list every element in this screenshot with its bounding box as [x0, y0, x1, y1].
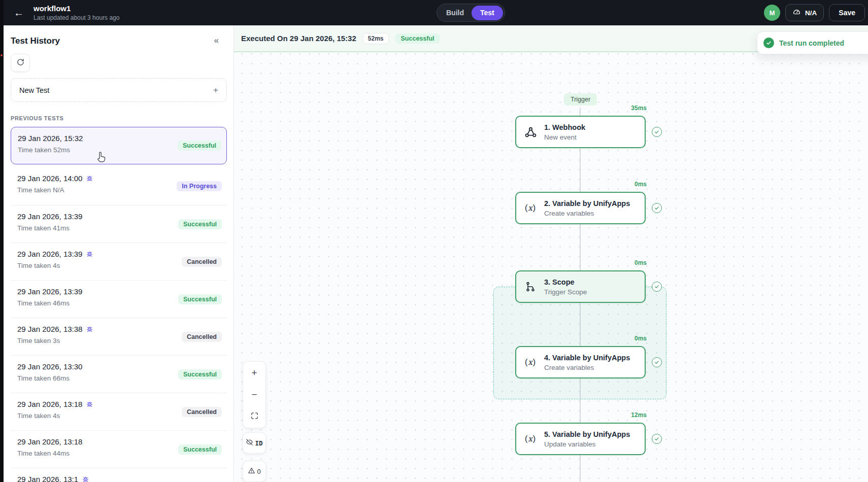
node-title: 2. Variable by UnifyApps — [544, 199, 630, 208]
test-history-item[interactable]: 29 Jan 2026, 13:38 Time taken 3s Cancell… — [11, 318, 227, 355]
plus-icon: + — [213, 85, 218, 95]
status-badge: Cancelled — [182, 407, 222, 417]
node-subtitle: New event — [544, 133, 585, 141]
zoom-out-button[interactable]: − — [251, 390, 257, 399]
executed-on-label: Executed On 29 Jan 2026, 15:32 — [241, 34, 356, 43]
test-history-item[interactable]: 29 Jan 2026, 13:30 Time taken 66ms Succe… — [11, 355, 227, 393]
node-card[interactable]: (x) 2. Variable by UnifyApps Create vari… — [515, 192, 646, 224]
node-duration: 0ms — [635, 259, 647, 266]
node-success-check-icon — [652, 357, 662, 367]
node-title: 5. Variable by UnifyApps — [544, 430, 630, 438]
node-icon: (x) — [523, 434, 538, 443]
node-title: 4. Variable by UnifyApps — [544, 354, 630, 362]
node-card[interactable]: 3. Scope Trigger Scope — [515, 270, 646, 303]
status-badge: In Progress — [177, 181, 222, 191]
test-date: 29 Jan 2026, 13:1 — [17, 475, 222, 482]
topbar: ← workflow1 Last updated about 3 hours a… — [0, 0, 868, 25]
node-subtitle: Create variables — [544, 210, 630, 217]
node-icon: (x) — [523, 358, 538, 367]
workflow-node: 0ms 3. Scope Trigger Scope — [515, 259, 667, 304]
test-history-item[interactable]: 29 Jan 2026, 13:18 Time taken 44ms Succe… — [11, 430, 227, 468]
workflow-node: 35ms 1. Webhook New event — [515, 105, 667, 149]
arrow-left-icon: ← — [14, 7, 24, 18]
node-card[interactable]: (x) 5. Variable by UnifyApps Update vari… — [515, 423, 646, 455]
test-history-item[interactable]: 29 Jan 2026, 13:1 — [11, 468, 227, 482]
last-updated-text: Last updated about 3 hours ago — [34, 14, 119, 21]
node-subtitle: Create variables — [544, 364, 630, 371]
test-history-item[interactable]: 29 Jan 2026, 15:32 Time taken 52ms Succe… — [11, 127, 227, 164]
recording-dot — [1, 54, 3, 56]
avatar[interactable]: M — [764, 5, 780, 21]
topbar-right: M N/A Save — [764, 4, 868, 21]
gauge-icon — [792, 8, 801, 18]
node-duration: 0ms — [635, 181, 647, 188]
node-icon: (x) — [523, 203, 538, 213]
node-title: 3. Scope — [544, 278, 587, 286]
workflow-titles: workflow1 Last updated about 3 hours ago — [34, 4, 119, 21]
node-subtitle: Trigger Scope — [544, 288, 587, 296]
check-circle-icon — [763, 38, 774, 48]
test-list: 29 Jan 2026, 15:32 Time taken 52ms Succe… — [11, 127, 227, 482]
usage-button[interactable]: N/A — [785, 4, 824, 21]
node-duration: 12ms — [631, 411, 647, 419]
workflow-title: workflow1 — [34, 4, 119, 13]
variable-icon: (x) — [525, 358, 536, 367]
chevrons-left-icon: « — [214, 36, 219, 45]
toast-notification: Test run completed — [757, 31, 868, 54]
workflow-canvas[interactable]: Trigger 35ms 1. Webhook New event 0ms (x… — [234, 25, 868, 482]
node-title: 1. Webhook — [544, 123, 585, 131]
new-test-label: New Test — [19, 86, 49, 94]
status-badge: Successful — [178, 444, 222, 455]
new-test-button[interactable]: New Test + — [11, 78, 227, 102]
toast-label: Test run completed — [779, 39, 844, 47]
fullscreen-icon — [250, 411, 259, 422]
workflow-node: 0ms (x) 2. Variable by UnifyApps Create … — [515, 181, 667, 225]
bug-icon — [86, 325, 93, 333]
zoom-in-button[interactable]: + — [251, 368, 257, 377]
node-card[interactable]: 1. Webhook New event — [515, 116, 646, 148]
panel-title: Test History — [11, 36, 60, 46]
node-icon — [523, 125, 538, 139]
status-badge: Successful — [178, 141, 221, 151]
previous-tests-label: PREVIOUS TESTS — [11, 115, 227, 121]
warnings-button[interactable]: 0 — [243, 461, 266, 482]
node-subtitle: Update variables — [544, 440, 630, 448]
test-history-item[interactable]: 29 Jan 2026, 13:39 Time taken 4s Cancell… — [11, 243, 227, 280]
test-history-item[interactable]: 29 Jan 2026, 14:00 Time taken N/A In Pro… — [11, 167, 227, 205]
fit-view-button[interactable] — [250, 411, 259, 422]
execution-status-badge: Successful — [395, 33, 440, 44]
tab-build[interactable]: Build — [439, 9, 472, 17]
window-edge — [0, 0, 4, 482]
node-icon — [523, 281, 538, 293]
bug-icon — [86, 400, 93, 408]
workflow-node: 12ms (x) 5. Variable by UnifyApps Update… — [515, 411, 667, 456]
bug-icon — [86, 250, 93, 258]
node-duration: 35ms — [631, 105, 647, 112]
scope-icon — [524, 281, 537, 293]
test-history-item[interactable]: 29 Jan 2026, 13:18 Time taken 4s Cancell… — [11, 393, 227, 430]
node-success-check-icon — [652, 127, 662, 137]
status-badge: Cancelled — [182, 257, 222, 267]
trigger-badge: Trigger — [564, 93, 597, 106]
status-badge: Successful — [178, 294, 222, 304]
back-button[interactable]: ← — [14, 8, 24, 18]
toggle-id-button[interactable]: ID — [243, 432, 266, 454]
bug-icon — [86, 175, 93, 182]
test-history-panel: Test History « New Test + PREVIOUS TESTS… — [4, 25, 234, 482]
node-success-check-icon — [652, 282, 662, 292]
bug-icon — [82, 475, 89, 482]
collapse-panel-button[interactable]: « — [214, 36, 227, 45]
node-card[interactable]: (x) 4. Variable by UnifyApps Create vari… — [515, 346, 646, 378]
test-history-item[interactable]: 29 Jan 2026, 13:39 Time taken 41ms Succe… — [11, 205, 227, 243]
tab-test[interactable]: Test — [472, 6, 503, 20]
refresh-icon — [16, 58, 25, 68]
variable-icon: (x) — [525, 434, 536, 443]
status-badge: Successful — [178, 219, 222, 229]
build-test-toggle: Build Test — [437, 4, 505, 22]
status-badge: Successful — [178, 369, 222, 380]
refresh-button[interactable] — [11, 54, 30, 72]
variable-icon: (x) — [525, 203, 536, 213]
workflow-node: 0ms (x) 4. Variable by UnifyApps Create … — [515, 335, 667, 380]
test-history-item[interactable]: 29 Jan 2026, 13:39 Time taken 46ms Succe… — [11, 280, 227, 318]
save-button[interactable]: Save — [829, 4, 865, 21]
